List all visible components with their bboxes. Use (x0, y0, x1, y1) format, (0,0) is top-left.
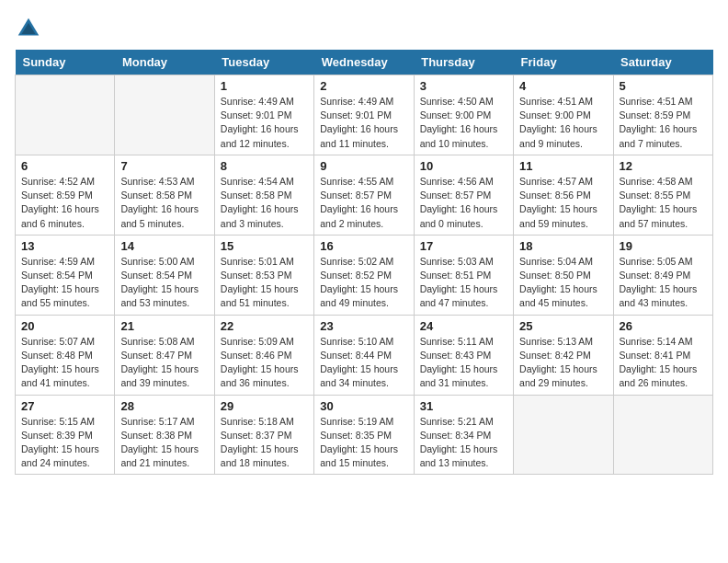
calendar-cell: 14Sunrise: 5:00 AM Sunset: 8:54 PM Dayli… (115, 235, 214, 315)
calendar-cell: 10Sunrise: 4:56 AM Sunset: 8:57 PM Dayli… (414, 155, 513, 235)
day-info: Sunrise: 5:18 AM Sunset: 8:37 PM Dayligh… (221, 415, 308, 471)
day-header-thursday: Thursday (414, 50, 513, 75)
day-number: 4 (519, 79, 607, 93)
day-info: Sunrise: 5:07 AM Sunset: 8:48 PM Dayligh… (21, 335, 108, 391)
day-header-friday: Friday (514, 50, 613, 75)
day-info: Sunrise: 5:11 AM Sunset: 8:43 PM Dayligh… (420, 335, 507, 391)
day-number: 29 (221, 399, 308, 413)
day-info: Sunrise: 4:49 AM Sunset: 9:01 PM Dayligh… (320, 95, 407, 151)
day-info: Sunrise: 4:55 AM Sunset: 8:57 PM Dayligh… (320, 175, 407, 231)
day-number: 20 (21, 319, 108, 333)
calendar-cell: 17Sunrise: 5:03 AM Sunset: 8:51 PM Dayli… (414, 235, 513, 315)
day-info: Sunrise: 5:21 AM Sunset: 8:34 PM Dayligh… (420, 415, 507, 471)
day-info: Sunrise: 5:09 AM Sunset: 8:46 PM Dayligh… (221, 335, 308, 391)
day-number: 23 (320, 319, 407, 333)
day-number: 24 (420, 319, 507, 333)
calendar-week-1: 1Sunrise: 4:49 AM Sunset: 9:01 PM Daylig… (16, 75, 713, 155)
calendar-cell: 2Sunrise: 4:49 AM Sunset: 9:01 PM Daylig… (314, 75, 414, 155)
day-number: 15 (221, 239, 308, 253)
day-number: 3 (420, 79, 507, 93)
day-info: Sunrise: 5:15 AM Sunset: 8:39 PM Dayligh… (21, 415, 108, 471)
day-info: Sunrise: 5:05 AM Sunset: 8:49 PM Dayligh… (620, 255, 707, 311)
calendar-cell: 26Sunrise: 5:14 AM Sunset: 8:41 PM Dayli… (613, 315, 712, 395)
day-info: Sunrise: 5:04 AM Sunset: 8:50 PM Dayligh… (519, 255, 607, 311)
day-info: Sunrise: 5:02 AM Sunset: 8:52 PM Dayligh… (320, 255, 407, 311)
day-number: 26 (620, 319, 707, 333)
day-number: 8 (221, 159, 308, 173)
day-info: Sunrise: 4:56 AM Sunset: 8:57 PM Dayligh… (420, 175, 507, 231)
calendar-cell: 22Sunrise: 5:09 AM Sunset: 8:46 PM Dayli… (214, 315, 313, 395)
calendar-cell: 23Sunrise: 5:10 AM Sunset: 8:44 PM Dayli… (314, 315, 414, 395)
day-info: Sunrise: 4:50 AM Sunset: 9:00 PM Dayligh… (420, 95, 507, 151)
calendar-cell: 28Sunrise: 5:17 AM Sunset: 8:38 PM Dayli… (115, 395, 214, 475)
day-info: Sunrise: 5:19 AM Sunset: 8:35 PM Dayligh… (320, 415, 407, 471)
day-number: 30 (320, 399, 407, 413)
day-number: 5 (620, 79, 707, 93)
day-number: 9 (320, 159, 407, 173)
day-header-wednesday: Wednesday (314, 50, 414, 75)
logo-icon (15, 15, 42, 42)
calendar-cell: 3Sunrise: 4:50 AM Sunset: 9:00 PM Daylig… (414, 75, 513, 155)
calendar-cell: 11Sunrise: 4:57 AM Sunset: 8:56 PM Dayli… (514, 155, 613, 235)
day-number: 21 (120, 319, 208, 333)
day-number: 18 (519, 239, 607, 253)
day-info: Sunrise: 5:13 AM Sunset: 8:42 PM Dayligh… (519, 335, 607, 391)
day-info: Sunrise: 5:17 AM Sunset: 8:38 PM Dayligh… (120, 415, 208, 471)
day-number: 22 (221, 319, 308, 333)
calendar-cell: 31Sunrise: 5:21 AM Sunset: 8:34 PM Dayli… (414, 395, 513, 475)
day-number: 14 (120, 239, 208, 253)
page-header (15, 15, 713, 42)
calendar-cell: 7Sunrise: 4:53 AM Sunset: 8:58 PM Daylig… (115, 155, 214, 235)
day-number: 28 (120, 399, 208, 413)
day-number: 19 (620, 239, 707, 253)
calendar-cell: 12Sunrise: 4:58 AM Sunset: 8:55 PM Dayli… (613, 155, 712, 235)
calendar-week-4: 20Sunrise: 5:07 AM Sunset: 8:48 PM Dayli… (16, 315, 713, 395)
calendar-cell: 30Sunrise: 5:19 AM Sunset: 8:35 PM Dayli… (314, 395, 414, 475)
calendar-cell: 27Sunrise: 5:15 AM Sunset: 8:39 PM Dayli… (16, 395, 115, 475)
day-number: 16 (320, 239, 407, 253)
calendar-cell: 15Sunrise: 5:01 AM Sunset: 8:53 PM Dayli… (214, 235, 313, 315)
day-info: Sunrise: 4:57 AM Sunset: 8:56 PM Dayligh… (519, 175, 607, 231)
day-info: Sunrise: 5:08 AM Sunset: 8:47 PM Dayligh… (120, 335, 208, 391)
calendar-cell: 19Sunrise: 5:05 AM Sunset: 8:49 PM Dayli… (613, 235, 712, 315)
day-info: Sunrise: 4:52 AM Sunset: 8:59 PM Dayligh… (21, 175, 108, 231)
day-info: Sunrise: 4:58 AM Sunset: 8:55 PM Dayligh… (620, 175, 707, 231)
day-header-saturday: Saturday (613, 50, 712, 75)
day-info: Sunrise: 5:00 AM Sunset: 8:54 PM Dayligh… (120, 255, 208, 311)
calendar-cell: 6Sunrise: 4:52 AM Sunset: 8:59 PM Daylig… (16, 155, 115, 235)
calendar-cell: 29Sunrise: 5:18 AM Sunset: 8:37 PM Dayli… (214, 395, 313, 475)
day-number: 31 (420, 399, 507, 413)
calendar-cell (514, 395, 613, 475)
day-number: 7 (120, 159, 208, 173)
day-info: Sunrise: 5:14 AM Sunset: 8:41 PM Dayligh… (620, 335, 707, 391)
day-info: Sunrise: 5:03 AM Sunset: 8:51 PM Dayligh… (420, 255, 507, 311)
day-number: 25 (519, 319, 607, 333)
calendar-cell: 25Sunrise: 5:13 AM Sunset: 8:42 PM Dayli… (514, 315, 613, 395)
calendar-cell: 21Sunrise: 5:08 AM Sunset: 8:47 PM Dayli… (115, 315, 214, 395)
calendar-cell (613, 395, 712, 475)
day-info: Sunrise: 5:01 AM Sunset: 8:53 PM Dayligh… (221, 255, 308, 311)
day-info: Sunrise: 4:51 AM Sunset: 8:59 PM Dayligh… (620, 95, 707, 151)
day-number: 11 (519, 159, 607, 173)
day-header-tuesday: Tuesday (214, 50, 313, 75)
calendar-cell: 20Sunrise: 5:07 AM Sunset: 8:48 PM Dayli… (16, 315, 115, 395)
calendar-cell: 8Sunrise: 4:54 AM Sunset: 8:58 PM Daylig… (214, 155, 313, 235)
day-number: 6 (21, 159, 108, 173)
calendar-cell: 18Sunrise: 5:04 AM Sunset: 8:50 PM Dayli… (514, 235, 613, 315)
calendar-week-5: 27Sunrise: 5:15 AM Sunset: 8:39 PM Dayli… (16, 395, 713, 475)
day-info: Sunrise: 4:51 AM Sunset: 9:00 PM Dayligh… (519, 95, 607, 151)
day-header-sunday: Sunday (16, 50, 115, 75)
day-info: Sunrise: 4:59 AM Sunset: 8:54 PM Dayligh… (21, 255, 108, 311)
logo (15, 15, 46, 42)
day-info: Sunrise: 5:10 AM Sunset: 8:44 PM Dayligh… (320, 335, 407, 391)
calendar-table: SundayMondayTuesdayWednesdayThursdayFrid… (15, 50, 713, 475)
day-number: 12 (620, 159, 707, 173)
calendar-cell (115, 75, 214, 155)
calendar-cell: 13Sunrise: 4:59 AM Sunset: 8:54 PM Dayli… (16, 235, 115, 315)
calendar-cell: 5Sunrise: 4:51 AM Sunset: 8:59 PM Daylig… (613, 75, 712, 155)
calendar-cell (16, 75, 115, 155)
day-info: Sunrise: 4:53 AM Sunset: 8:58 PM Dayligh… (120, 175, 208, 231)
day-number: 10 (420, 159, 507, 173)
calendar-cell: 4Sunrise: 4:51 AM Sunset: 9:00 PM Daylig… (514, 75, 613, 155)
calendar-cell: 16Sunrise: 5:02 AM Sunset: 8:52 PM Dayli… (314, 235, 414, 315)
